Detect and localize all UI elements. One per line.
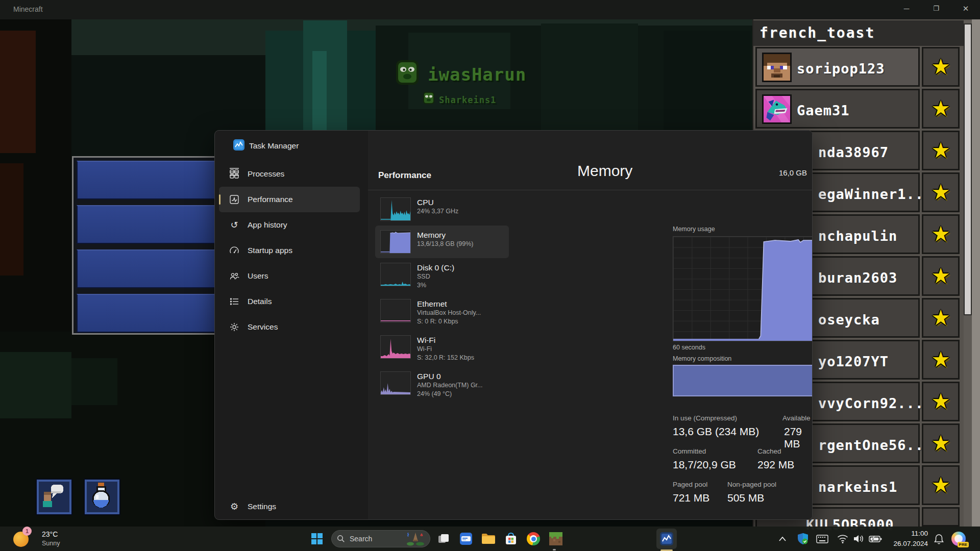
favorite-button[interactable]: ★ — [922, 47, 960, 87]
star-icon: ★ — [923, 467, 958, 504]
favorite-button[interactable]: ★ — [922, 298, 960, 338]
perf-item-gpu[interactable]: GPU 0 AMD Radeon(TM) Gr... 24% (49 °C) — [375, 367, 509, 403]
perf-item-sub: S: 0 R: 0 Kbps — [417, 317, 481, 326]
file-explorer-button[interactable] — [480, 531, 497, 547]
server-name-header: french_toast — [753, 20, 965, 46]
volume-tray-button[interactable] — [850, 531, 868, 547]
perf-item-wifi[interactable]: Wi-Fi Wi-Fi S: 32,0 R: 152 Kbps — [375, 331, 509, 367]
sidebar-item-details[interactable]: Details — [219, 289, 360, 314]
sidebar-item-startup-apps[interactable]: Startup apps — [219, 238, 360, 263]
perf-item-sub: 24% 3,37 GHz — [417, 207, 458, 216]
performance-icon — [229, 194, 239, 205]
minecraft-maximize-button[interactable]: ❐ — [922, 0, 950, 18]
player-row[interactable]: soripop123 — [755, 47, 920, 87]
stat-value: 18,7/20,9 GB — [673, 459, 736, 471]
favorite-button[interactable]: ★ — [922, 89, 960, 129]
cpu-sparkline — [380, 197, 411, 221]
panel-edge — [972, 19, 980, 527]
startup-apps-icon — [229, 245, 239, 256]
memory-composition-bar[interactable] — [673, 365, 813, 396]
weather-badge: 1 — [22, 527, 32, 536]
perf-item-title: GPU 0 — [417, 371, 483, 381]
minecraft-close-button[interactable]: ✕ — [951, 0, 980, 18]
sidebar-item-label: Settings — [248, 502, 276, 511]
perf-item-title: CPU — [417, 197, 458, 207]
minecraft-grass-block-icon — [549, 532, 562, 545]
minecraft-window-titlebar: Minecraft ─ ❐ ✕ — [0, 0, 980, 19]
favorite-button[interactable]: ★ — [922, 382, 960, 421]
weather-temp: 23°C — [42, 530, 58, 538]
perf-item-title: Disk 0 (C:) — [417, 263, 454, 272]
player-name: soripop123 — [797, 61, 885, 77]
sidebar-item-processes[interactable]: Processes — [219, 161, 360, 187]
touch-keyboard-button[interactable] — [814, 531, 831, 547]
stat-label: Paged pool — [673, 481, 707, 488]
folder-icon — [481, 533, 496, 545]
favorite-button[interactable]: ★ — [922, 507, 960, 527]
avatar-steve — [762, 53, 792, 82]
favorite-button[interactable]: ★ — [922, 340, 960, 380]
player-name: narkeins1 — [818, 479, 897, 495]
favorite-button[interactable]: ★ — [922, 172, 960, 212]
player-head-iwasharun — [393, 58, 422, 89]
weather-widget[interactable]: 1 23°C Sunny — [9, 528, 91, 550]
memory-usage-chart — [673, 236, 813, 341]
task-manager-app-button[interactable] — [656, 529, 677, 549]
start-button[interactable] — [308, 531, 326, 547]
task-view-button[interactable] — [435, 531, 452, 547]
speaker-icon — [853, 534, 865, 543]
sidebar-item-services[interactable]: Services — [219, 314, 360, 340]
sidebar-item-settings[interactable]: ⚙ Settings — [219, 494, 360, 519]
mail-app-icon — [459, 532, 473, 545]
sidebar-item-performance[interactable]: Performance — [219, 187, 360, 212]
processes-icon — [229, 169, 239, 179]
mail-app-button[interactable] — [457, 531, 475, 547]
search-icon — [337, 535, 345, 543]
perf-item-memory[interactable]: Memory 13,6/13,8 GB (99%) — [375, 226, 509, 258]
favorite-button[interactable]: ★ — [922, 131, 960, 170]
chat-button[interactable] — [36, 479, 72, 515]
star-icon: ★ — [923, 132, 958, 169]
favorite-button[interactable]: ★ — [922, 465, 960, 505]
notification-bell-button[interactable] — [930, 531, 947, 547]
stat-value: 505 MB — [727, 492, 764, 504]
chrome-icon — [527, 532, 540, 545]
perf-item-cpu[interactable]: CPU 24% 3,37 GHz — [375, 193, 509, 226]
services-icon — [229, 322, 239, 332]
perf-item-sub: SSD — [417, 272, 454, 281]
chrome-button[interactable] — [525, 531, 542, 547]
time-text: 11:00 — [883, 529, 928, 539]
potion-icon — [85, 480, 117, 512]
stat-label: In use (Compressed) — [673, 414, 737, 422]
battery-charging-icon — [869, 535, 882, 543]
sidebar-item-label: Performance — [248, 195, 293, 204]
perf-item-sub: 3% — [417, 281, 454, 290]
minecraft-minimize-button[interactable]: ─ — [892, 0, 921, 18]
perf-item-disk[interactable]: Disk 0 (C:) SSD 3% — [375, 258, 509, 294]
microsoft-store-button[interactable] — [502, 531, 520, 547]
tray-chevron-button[interactable] — [774, 531, 791, 547]
task-view-icon — [437, 533, 450, 545]
battery-tray-button[interactable] — [867, 531, 884, 547]
search-input[interactable]: Search — [331, 530, 430, 547]
taskbar-clock[interactable]: 11:00 26.07.2024 — [883, 529, 928, 549]
favorite-button[interactable]: ★ — [922, 423, 960, 463]
favorite-button[interactable]: ★ — [922, 214, 960, 254]
security-tray-button[interactable] — [794, 531, 812, 547]
player-row[interactable]: Gaem31 — [755, 89, 920, 129]
wifi-tray-button[interactable] — [834, 531, 851, 547]
sidebar-item-app-history[interactable]: ↺ App history — [219, 212, 360, 238]
screen: Minecraft ─ ❐ ✕ iwasHarun Sharkeins1 — [0, 0, 980, 551]
minecraft-app-button[interactable] — [547, 531, 565, 547]
favorite-button[interactable]: ★ — [922, 256, 960, 296]
player-name: nda38967 — [818, 144, 889, 160]
performance-page-title: Performance — [378, 170, 431, 181]
copilot-button[interactable]: PRE — [948, 531, 969, 547]
star-icon: ★ — [923, 341, 958, 378]
perf-item-ethernet[interactable]: Ethernet VirtualBox Host-Only... S: 0 R:… — [375, 294, 509, 331]
task-manager-taskbar-icon — [660, 532, 673, 545]
sidebar-item-users[interactable]: Users — [219, 263, 360, 289]
memory-total: 16,0 GB — [705, 168, 807, 177]
potion-button[interactable] — [84, 479, 120, 515]
player-list-scrollbar-thumb[interactable] — [964, 23, 972, 315]
